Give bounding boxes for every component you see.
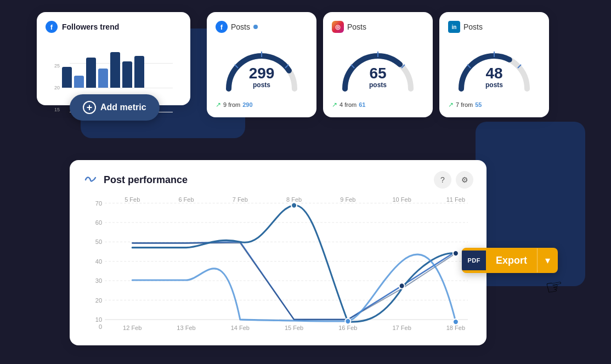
facebook-dot bbox=[253, 25, 258, 29]
instagram-gauge: 65 posts bbox=[332, 39, 424, 94]
instagram-posts-change: ↗ 4 from 61 bbox=[332, 101, 424, 109]
linkedin-posts-unit: posts bbox=[485, 81, 503, 89]
settings-button[interactable]: ⚙ bbox=[456, 171, 473, 189]
arrow-up-icon-ig: ↗ bbox=[332, 101, 337, 109]
linkedin-posts-label: Posts bbox=[463, 22, 483, 31]
svg-text:13 Feb: 13 Feb bbox=[177, 324, 195, 331]
performance-header: Post performance ? ⚙ bbox=[83, 171, 473, 189]
performance-chart: 70 60 50 40 30 20 10 0 5 Feb 6 Feb 7 Feb… bbox=[83, 197, 473, 334]
svg-point-40 bbox=[399, 283, 405, 288]
facebook-posts-card: f Posts 299 posts bbox=[207, 12, 316, 117]
linkedin-posts-value: 48 bbox=[485, 66, 503, 81]
instagram-posts-unit: posts bbox=[369, 81, 387, 89]
svg-text:14 Feb: 14 Feb bbox=[231, 324, 250, 331]
svg-text:7 Feb: 7 Feb bbox=[233, 197, 248, 203]
svg-text:15 Feb: 15 Feb bbox=[285, 324, 303, 331]
bar-1 bbox=[62, 67, 72, 88]
svg-text:9 Feb: 9 Feb bbox=[340, 197, 355, 203]
add-metric-button[interactable]: + Add metric bbox=[70, 94, 160, 121]
svg-point-42 bbox=[291, 202, 297, 208]
svg-text:16 Feb: 16 Feb bbox=[338, 324, 357, 331]
facebook-posts-value: 299 bbox=[249, 66, 275, 81]
settings-icon: ⚙ bbox=[461, 175, 468, 184]
svg-text:60: 60 bbox=[95, 219, 102, 226]
arrow-up-icon-li: ↗ bbox=[448, 101, 454, 109]
svg-text:6 Feb: 6 Feb bbox=[178, 197, 194, 203]
followers-trend-card: f Followers trend 25 20 15 bbox=[37, 12, 190, 105]
svg-text:30: 30 bbox=[95, 277, 102, 284]
facebook-gauge: 299 posts bbox=[216, 39, 308, 94]
svg-point-38 bbox=[453, 251, 459, 256]
arrow-up-icon: ↗ bbox=[216, 101, 221, 109]
performance-icon bbox=[83, 172, 98, 187]
bar-6 bbox=[122, 61, 132, 88]
export-pdf-label: PDF bbox=[462, 251, 486, 270]
linkedin-gauge: 48 posts bbox=[448, 39, 540, 94]
performance-actions: ? ⚙ bbox=[434, 171, 473, 189]
plus-icon: + bbox=[83, 101, 96, 114]
svg-text:70: 70 bbox=[95, 200, 102, 206]
linkedin-posts-card: in Posts 48 posts ↗ 7 from 5 bbox=[439, 12, 549, 117]
question-icon: ? bbox=[440, 175, 445, 184]
facebook-posts-label: Posts bbox=[231, 22, 250, 31]
posts-cards-area: f Posts 299 posts bbox=[207, 12, 549, 117]
svg-text:10 Feb: 10 Feb bbox=[392, 197, 411, 203]
add-metric-label: Add metric bbox=[100, 103, 146, 112]
instagram-posts-label: Posts bbox=[347, 22, 366, 31]
instagram-posts-value: 65 bbox=[369, 66, 387, 81]
bar-chart bbox=[46, 38, 182, 88]
svg-text:11 Feb: 11 Feb bbox=[446, 197, 465, 203]
performance-card: Post performance ? ⚙ bbox=[70, 160, 486, 345]
performance-title-area: Post performance bbox=[83, 172, 188, 187]
followers-card-title: Followers trend bbox=[62, 22, 119, 31]
instagram-posts-icon: ◎ bbox=[332, 21, 344, 33]
bar-2 bbox=[74, 76, 84, 88]
svg-text:5 Feb: 5 Feb bbox=[125, 197, 140, 203]
bar-4 bbox=[98, 69, 108, 88]
y-axis-labels: 25 20 15 bbox=[54, 63, 60, 112]
svg-text:17 Feb: 17 Feb bbox=[392, 324, 411, 331]
facebook-icon: f bbox=[46, 21, 58, 33]
facebook-posts-unit: posts bbox=[249, 81, 275, 89]
bar-5 bbox=[110, 52, 120, 88]
linkedin-posts-change: ↗ 7 from 55 bbox=[448, 101, 540, 109]
svg-text:10: 10 bbox=[95, 316, 102, 323]
bar-3 bbox=[86, 58, 96, 88]
linkedin-posts-icon: in bbox=[448, 21, 460, 33]
svg-text:50: 50 bbox=[95, 238, 102, 245]
help-button[interactable]: ? bbox=[434, 171, 451, 189]
performance-title: Post performance bbox=[104, 174, 188, 186]
facebook-posts-icon: f bbox=[216, 21, 228, 33]
svg-text:20: 20 bbox=[95, 297, 102, 303]
svg-point-39 bbox=[453, 319, 459, 325]
instagram-posts-card: ◎ Posts 65 posts ↗ 4 from 61 bbox=[323, 12, 433, 117]
svg-text:0: 0 bbox=[99, 323, 102, 329]
chevron-down-icon[interactable]: ▾ bbox=[538, 248, 558, 273]
svg-text:12 Feb: 12 Feb bbox=[123, 324, 142, 331]
svg-text:40: 40 bbox=[95, 258, 102, 265]
facebook-posts-change: ↗ 9 from 290 bbox=[216, 101, 308, 109]
export-label[interactable]: Export bbox=[486, 248, 537, 273]
bar-7 bbox=[134, 56, 144, 88]
svg-point-41 bbox=[345, 318, 350, 324]
export-button-group[interactable]: PDF Export ▾ bbox=[462, 248, 558, 273]
